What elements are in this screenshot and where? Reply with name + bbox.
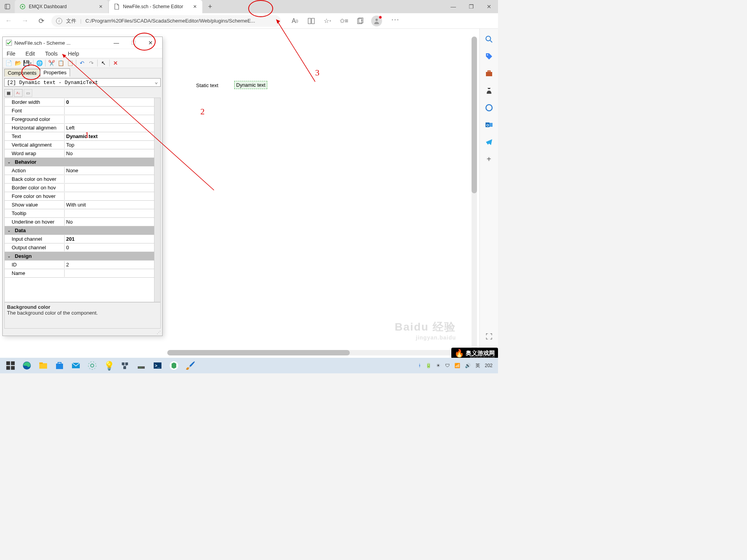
canvas-dynamic-text[interactable]: Dynamic text: [234, 81, 267, 89]
property-value[interactable]: None: [65, 167, 154, 174]
network-tool-icon[interactable]: [117, 358, 133, 373]
system-tray[interactable]: ᚼ 🔋 ☀ 🛡 📶 🔊 英 202: [418, 362, 496, 369]
property-row[interactable]: Vertical alignmentTop: [5, 141, 154, 149]
menu-tools[interactable]: Tools: [44, 50, 60, 58]
properties-tab[interactable]: Properties: [40, 68, 70, 77]
router-icon[interactable]: [133, 358, 149, 373]
vertical-scrollbar[interactable]: [472, 37, 477, 350]
paint-icon[interactable]: 🖌️: [182, 358, 198, 373]
terminal-icon[interactable]: >_: [149, 358, 166, 373]
property-row[interactable]: ActionNone: [5, 166, 154, 175]
ime-indicator[interactable]: 英: [475, 362, 480, 369]
property-row[interactable]: Back color on hover: [5, 175, 154, 184]
property-row[interactable]: Foreground color: [5, 115, 154, 124]
games-icon[interactable]: [485, 86, 493, 95]
store-icon[interactable]: [51, 358, 68, 373]
window-maximize-button[interactable]: ❐: [462, 0, 480, 13]
categorized-icon[interactable]: ▦: [4, 89, 13, 97]
property-value[interactable]: Dynamic text: [65, 133, 154, 140]
app-close-button[interactable]: ✕: [142, 37, 159, 49]
window-minimize-button[interactable]: —: [444, 0, 462, 13]
property-value[interactable]: Top: [65, 141, 154, 149]
property-value[interactable]: [65, 119, 154, 120]
close-icon[interactable]: ✕: [191, 2, 199, 11]
volume-icon[interactable]: 🔊: [465, 363, 471, 368]
start-button[interactable]: [2, 358, 19, 373]
property-value[interactable]: [65, 178, 154, 180]
app-titlebar[interactable]: NewFile.sch - Scheme ... — ☐ ✕: [3, 37, 162, 49]
wifi-icon[interactable]: 📶: [454, 363, 460, 368]
new-tab-button[interactable]: +: [205, 1, 216, 12]
edge-icon[interactable]: [19, 358, 35, 373]
browser-tab-emqx[interactable]: EMQX Dashboard ✕: [15, 0, 108, 13]
expand-icon[interactable]: ⌄: [5, 254, 13, 258]
property-value[interactable]: No: [65, 150, 154, 157]
close-icon[interactable]: ✕: [96, 2, 105, 11]
tips-icon[interactable]: 💡: [100, 358, 117, 373]
profile-avatar[interactable]: [371, 16, 382, 26]
address-field[interactable]: i 文件 | C:/Program%20Files/SCADA/ScadaSch…: [51, 15, 281, 27]
property-value[interactable]: 2: [65, 261, 154, 268]
window-close-button[interactable]: ✕: [480, 0, 498, 13]
app-minimize-button[interactable]: —: [108, 37, 125, 49]
property-row[interactable]: Underline on hoverNo: [5, 218, 154, 226]
search-icon[interactable]: [485, 35, 493, 44]
outlook-icon[interactable]: O: [485, 121, 493, 129]
component-selector[interactable]: [2] Dynamic text - DynamicText: [4, 78, 161, 87]
refresh-button[interactable]: ⟳: [35, 15, 47, 27]
resize-grip[interactable]: ⋰: [3, 330, 162, 336]
open-file-icon[interactable]: 📂: [14, 59, 22, 67]
expand-icon[interactable]: ⌄: [5, 228, 13, 233]
browser-tab-scheme[interactable]: NewFile.sch - Scheme Editor ✕: [109, 0, 202, 13]
property-row[interactable]: Tooltip: [5, 209, 154, 218]
copy-icon[interactable]: 📋: [56, 59, 65, 67]
redo-icon[interactable]: ↷: [87, 59, 96, 67]
components-tab[interactable]: Components: [4, 69, 40, 77]
paste-icon[interactable]: 📋: [66, 59, 74, 67]
expand-icon[interactable]: ⌄: [5, 160, 13, 164]
favorites-bar-icon[interactable]: ✩≡: [338, 16, 349, 26]
property-pages-icon[interactable]: ▭: [24, 89, 32, 97]
property-row[interactable]: TextDynamic text: [5, 132, 154, 141]
horizontal-scrollbar[interactable]: [167, 350, 472, 355]
settings-app-icon[interactable]: [84, 358, 100, 373]
property-value[interactable]: [65, 196, 154, 197]
property-row[interactable]: ID2: [5, 261, 154, 269]
property-value[interactable]: [65, 187, 154, 189]
globe-icon[interactable]: 🌐: [35, 59, 44, 67]
property-row[interactable]: Word wrapNo: [5, 149, 154, 158]
briefcase-icon[interactable]: [485, 69, 493, 78]
site-info-icon[interactable]: i: [56, 18, 62, 24]
property-value[interactable]: 0: [65, 244, 154, 251]
pointer-icon[interactable]: ↖: [99, 59, 108, 67]
property-value[interactable]: [65, 110, 154, 112]
alphabetical-icon[interactable]: A↓: [14, 89, 23, 97]
property-category[interactable]: ⌄Design: [5, 252, 154, 261]
property-value[interactable]: 0: [65, 98, 154, 106]
properties-grid[interactable]: Border width0FontForeground colorHorizon…: [5, 98, 154, 302]
property-value[interactable]: 201: [65, 235, 154, 243]
menu-edit[interactable]: Edit: [24, 50, 37, 58]
property-row[interactable]: Border width0: [5, 98, 154, 107]
collections-icon[interactable]: +: [355, 16, 366, 26]
property-category[interactable]: ⌄Behavior: [5, 158, 154, 166]
property-value[interactable]: With unit: [65, 201, 154, 208]
property-row[interactable]: Show valueWith unit: [5, 201, 154, 209]
new-file-icon[interactable]: 📄: [4, 59, 13, 67]
property-value[interactable]: [65, 213, 154, 214]
brightness-icon[interactable]: ☀: [436, 363, 440, 368]
property-value[interactable]: [65, 273, 154, 274]
mail-icon[interactable]: [68, 358, 84, 373]
property-row[interactable]: Fore color on hover: [5, 192, 154, 201]
add-app-icon[interactable]: +: [485, 155, 493, 163]
more-menu-button[interactable]: ···: [388, 16, 403, 26]
grid-scrollbar[interactable]: [154, 98, 160, 302]
cut-icon[interactable]: ✂️: [47, 59, 56, 67]
copilot-icon[interactable]: [485, 103, 493, 112]
explorer-icon[interactable]: [35, 358, 51, 373]
back-button[interactable]: ←: [2, 15, 15, 27]
clock-year[interactable]: 202: [485, 363, 493, 368]
property-row[interactable]: Input channel201: [5, 235, 154, 243]
save-icon[interactable]: 💾: [23, 59, 32, 67]
bluetooth-icon[interactable]: ᚼ: [418, 363, 421, 368]
